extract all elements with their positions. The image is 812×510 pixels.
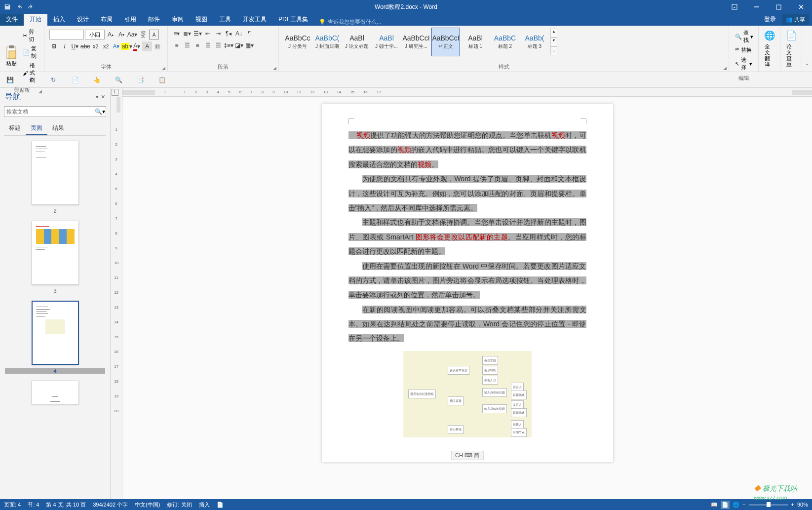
- styles-down-icon[interactable]: ▾: [550, 38, 557, 46]
- status-words[interactable]: 394/2402 个字: [93, 501, 128, 509]
- status-page-of[interactable]: 第 4 页, 共 10 页: [46, 501, 86, 509]
- text-effects-button[interactable]: A▾: [111, 41, 121, 51]
- qat2-paste-icon[interactable]: 📋: [157, 75, 167, 85]
- page-thumbnail[interactable]: ▬▬▬▬▬▬▬▬▬▬▬▬▬▬▬▬▬▬▬▬▬▬▬▬▬▬▬▬: [32, 141, 79, 205]
- bullets-button[interactable]: ≡▾: [172, 29, 182, 39]
- status-language[interactable]: 中文(中国): [135, 501, 160, 509]
- view-web-icon[interactable]: 🌐: [733, 502, 739, 508]
- text-selection[interactable]: 视频提供了功能强大的方法帮助您证明您的观点。当您单击联机视频时，可以在想要添加的…: [348, 131, 586, 168]
- style-item[interactable]: AaBbC(J 封面日期: [313, 28, 342, 56]
- ribbon-options-icon[interactable]: [723, 0, 745, 14]
- tab-selector-icon[interactable]: L: [112, 89, 118, 96]
- page-thumbnail[interactable]: ▬▬▬▬▬▬▬▬▬▬▬▬▬▬▬▬▬▬▬▬▬▬▬: [32, 221, 79, 285]
- styles-up-icon[interactable]: ▴: [550, 29, 557, 38]
- document-area[interactable]: 3211234567891011121314151617 视频提供了功能强大的方…: [122, 88, 812, 499]
- phonetic-guide-button[interactable]: 变wén: [138, 30, 148, 39]
- text-selection[interactable]: 为使您的文档具有专业外观，Word 提供了页眉、页脚、封面和文本框设计，这些设计…: [348, 175, 586, 212]
- grow-font-button[interactable]: A▴: [106, 30, 116, 39]
- qat-save-icon[interactable]: [3, 2, 12, 11]
- qat-undo-icon[interactable]: [15, 2, 24, 11]
- tab-references[interactable]: 引用: [118, 13, 142, 26]
- tab-review[interactable]: 审阅: [166, 13, 190, 26]
- distributed-button[interactable]: ☰: [213, 40, 223, 50]
- tab-tools[interactable]: 工具: [213, 13, 237, 26]
- font-size-input[interactable]: [85, 30, 105, 39]
- plagiarism-button[interactable]: 📄 论文查重: [783, 27, 799, 69]
- superscript-button[interactable]: x2: [101, 41, 111, 51]
- tab-layout[interactable]: 布局: [95, 13, 118, 26]
- show-marks-button[interactable]: ¶: [244, 29, 254, 39]
- clipboard-launcher-icon[interactable]: ◢: [39, 89, 42, 94]
- paste-button[interactable]: 粘贴: [3, 27, 20, 85]
- minimize-icon[interactable]: [745, 0, 768, 14]
- numbering-button[interactable]: ≣▾: [182, 29, 192, 39]
- char-shading-button[interactable]: A: [142, 41, 152, 51]
- text-selection[interactable]: 使用在需要位置出现的新按钮在 Word 中保存时间。若要更改图片适应文档的方式，…: [348, 262, 586, 299]
- style-item[interactable]: AaBbCcI↵ 正文: [431, 28, 460, 56]
- style-item[interactable]: AaBl标题 1: [461, 28, 490, 56]
- status-page[interactable]: 页面: 4: [4, 501, 21, 509]
- line-spacing-button[interactable]: ‡≡▾: [224, 40, 233, 50]
- status-extra-icon[interactable]: 📄: [217, 502, 224, 508]
- view-read-icon[interactable]: 📖: [711, 502, 718, 508]
- status-revisions[interactable]: 修订: 关闭: [167, 501, 192, 509]
- tab-design[interactable]: 设计: [71, 13, 95, 26]
- qat2-new-icon[interactable]: 📄: [70, 75, 80, 85]
- tab-pdf[interactable]: PDF工具集: [272, 13, 314, 26]
- nav-search-button[interactable]: 🔍▾: [94, 106, 106, 117]
- highlight-button[interactable]: ab▾: [121, 41, 131, 51]
- translate-button[interactable]: 🌐 全文翻译: [762, 27, 777, 69]
- login-button[interactable]: 登录: [758, 13, 782, 26]
- cut-button[interactable]: ✂剪切: [22, 28, 39, 43]
- qat2-copy-icon[interactable]: 📑: [135, 75, 145, 85]
- page-thumbnail[interactable]: ▬▬▬▬▬▬▬▬: [32, 381, 79, 404]
- strikethrough-button[interactable]: abc: [80, 41, 90, 51]
- find-button[interactable]: 🔍查找 ▾: [733, 29, 754, 44]
- font-color-button[interactable]: A▾: [132, 41, 142, 51]
- copy-button[interactable]: 📄复制: [22, 44, 39, 60]
- document-page[interactable]: 视频提供了功能强大的方法帮助您证明您的观点。当您单击联机视频时，可以在想要添加的…: [322, 104, 613, 462]
- nav-tab-results[interactable]: 结果: [47, 122, 69, 135]
- enclose-char-button[interactable]: ㊖: [153, 41, 162, 51]
- paragraph-launcher-icon[interactable]: ◢: [273, 66, 276, 71]
- style-item[interactable]: AaBbC标题 2: [491, 28, 519, 56]
- status-insert[interactable]: 插入: [199, 501, 210, 509]
- tab-developer[interactable]: 开发工具: [237, 13, 272, 26]
- increase-indent-button[interactable]: ⇥: [213, 29, 223, 39]
- page-thumbnail[interactable]: ▬▬▬▬▬▬▬▬▬▬▬▬▬▬▬▬▬▬▬▬▬▬▬▬▬▬▬▬▬▬▬▬▬▬▬▬▬▬: [32, 301, 79, 365]
- collapse-ribbon-icon[interactable]: ⌃: [802, 26, 812, 72]
- borders-button[interactable]: ▦▾: [244, 40, 254, 50]
- justify-button[interactable]: ☰: [203, 40, 213, 50]
- qat2-touch-icon[interactable]: 👆: [92, 75, 102, 85]
- shading-button[interactable]: ◪▾: [234, 40, 244, 50]
- style-item[interactable]: AaBlJ 硕士学...: [372, 28, 401, 56]
- tab-mailings[interactable]: 邮件: [142, 13, 166, 26]
- ime-badge[interactable]: CH ⌨ 简: [451, 451, 484, 460]
- font-launcher-icon[interactable]: ◢: [162, 66, 165, 71]
- font-name-input[interactable]: [49, 30, 84, 39]
- tell-me-search[interactable]: 💡 告诉我您想要做什么...: [319, 18, 381, 26]
- styles-more-icon[interactable]: ⎯: [550, 46, 557, 55]
- underline-button[interactable]: U▾: [70, 41, 80, 51]
- format-painter-button[interactable]: 🖌格式刷: [22, 61, 39, 84]
- view-print-icon[interactable]: 📄: [721, 501, 730, 509]
- qat2-print-preview-icon[interactable]: 🔍: [114, 75, 123, 85]
- nav-close-icon[interactable]: ✕: [101, 94, 105, 100]
- maximize-icon[interactable]: [768, 0, 790, 14]
- ltr-button[interactable]: ¶◂: [224, 29, 233, 39]
- text-selection[interactable]: 主题和样式也有助于文档保持协调。当您单击设计并选择新的主题时，图片、图表或 Sm…: [348, 218, 586, 255]
- embedded-diagram[interactable]: 通用会议纪要模板 会议基本信息 相关议题 待办事项 会议主题 会议时间 参会人员…: [403, 351, 532, 437]
- text-selection[interactable]: 在新的阅读视图中阅读更加容易。可以折叠文档某些部分并关注所需文本。如果在达到结尾…: [348, 306, 586, 343]
- qat2-redo-icon[interactable]: ↻: [48, 75, 58, 85]
- zoom-in-icon[interactable]: +: [791, 502, 794, 508]
- nav-search-input[interactable]: [4, 106, 94, 117]
- styles-launcher-icon[interactable]: ◢: [723, 66, 727, 71]
- align-left-button[interactable]: ≡: [172, 40, 182, 50]
- italic-button[interactable]: I: [60, 41, 70, 51]
- shrink-font-button[interactable]: A▾: [116, 30, 126, 39]
- align-right-button[interactable]: ≡: [193, 40, 202, 50]
- status-section[interactable]: 节: 4: [28, 501, 39, 509]
- zoom-slider[interactable]: [749, 504, 788, 506]
- zoom-level[interactable]: 90%: [797, 502, 808, 508]
- nav-tab-pages[interactable]: 页面: [26, 122, 47, 135]
